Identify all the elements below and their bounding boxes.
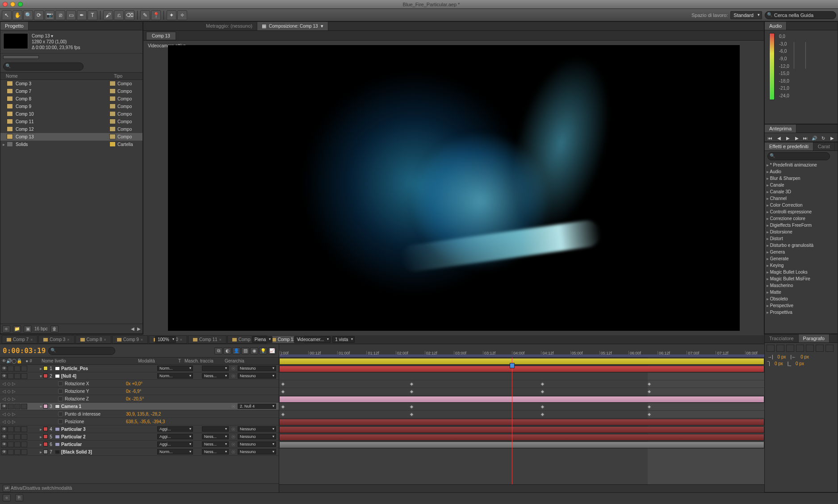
parent-dropdown[interactable]: Nessuno — [238, 442, 276, 447]
label-color-icon[interactable] — [43, 442, 48, 446]
zoom-tool-icon[interactable]: 🔍 — [23, 10, 33, 20]
character-tab[interactable]: Carat — [813, 142, 835, 150]
prev-keyframe-icon[interactable]: ◁ — [2, 381, 6, 386]
label-color-icon[interactable] — [43, 374, 48, 378]
timeline-comp-tab[interactable]: Comp 11× — [188, 335, 226, 344]
timeline-layer[interactable]: 👁 ▸ 4 Particular 3 Aggi... ☉ Nessuno — [0, 425, 279, 433]
layer-property[interactable]: ◁◇▷ Rotazione Y 0x -6,9° — [0, 387, 279, 395]
new-folder-icon[interactable]: 📁 — [13, 325, 21, 333]
layer-property[interactable]: ◁◇▷ Rotazione X 0x +0,0° — [0, 380, 279, 387]
blend-mode-dropdown[interactable]: Norm... — [157, 366, 193, 371]
solo-toggle-icon[interactable] — [14, 373, 21, 379]
align-left-icon[interactable] — [767, 345, 775, 352]
audio-toggle-icon[interactable] — [8, 449, 14, 455]
close-icon[interactable]: × — [180, 337, 182, 342]
effects-list[interactable]: * Predefiniti animazioneAudioBlur & Shar… — [765, 162, 838, 333]
draft-3d-icon[interactable]: ◐ — [223, 347, 231, 354]
label-color-icon[interactable] — [43, 366, 48, 371]
add-keyframe-icon[interactable]: ◇ — [7, 389, 11, 394]
effect-category[interactable]: Genera — [765, 249, 838, 255]
lock-toggle-icon[interactable] — [21, 434, 27, 440]
stopwatch-icon[interactable] — [58, 389, 63, 394]
project-item[interactable]: Comp 12 Compo — [0, 125, 142, 133]
prev-keyframe-icon[interactable]: ◁ — [2, 412, 6, 417]
timeline-search-input[interactable] — [48, 347, 115, 355]
justify-last-center-icon[interactable] — [806, 345, 814, 352]
lock-toggle-icon[interactable] — [21, 373, 27, 379]
paragraph-tab[interactable]: Paragrafo — [799, 334, 830, 342]
zoom-window-icon[interactable] — [18, 2, 23, 7]
playhead-icon[interactable] — [510, 363, 515, 368]
project-item[interactable]: Comp 9 Compo — [0, 103, 142, 110]
frame-blend-icon[interactable]: ▨ — [241, 347, 249, 354]
col-mode[interactable]: Modalità — [138, 358, 178, 363]
blend-mode-dropdown[interactable]: Norm... — [157, 373, 193, 379]
add-keyframe-icon[interactable]: ◇ — [7, 396, 11, 401]
effect-category[interactable]: Magic Bullet Looks — [765, 269, 838, 275]
hide-shy-icon[interactable]: 👤 — [232, 347, 240, 354]
toggle-switches-icon[interactable]: ⇄ — [3, 485, 11, 492]
project-item[interactable]: Comp 11 Compo — [0, 118, 142, 125]
project-column-type[interactable]: Tipo — [114, 74, 141, 79]
timeline-ruler[interactable]: ):00f00:12f01:00f01:12f02:00f02:12f03:00… — [279, 344, 764, 358]
lock-toggle-icon[interactable] — [21, 426, 27, 432]
twirl-icon[interactable]: ▸ — [38, 434, 43, 439]
trkmat-dropdown[interactable]: Ness... — [202, 434, 229, 439]
solo-toggle-icon[interactable] — [14, 426, 21, 432]
solo-toggle-icon[interactable] — [14, 434, 21, 440]
project-search-input[interactable] — [3, 62, 84, 71]
effects-tab[interactable]: Effetti e predefiniti — [765, 142, 813, 150]
audio-level-slider-left[interactable] — [794, 42, 801, 69]
audio-toggle-icon[interactable] — [8, 404, 14, 409]
pan-behind-tool-icon[interactable]: ⎚ — [55, 10, 65, 20]
effect-category[interactable]: Disturbo e granulosità — [765, 242, 838, 249]
effect-category[interactable]: Correzione colore — [765, 215, 838, 222]
justify-all-icon[interactable] — [825, 345, 834, 352]
audio-tab[interactable]: Audio — [765, 22, 787, 30]
trkmat-dropdown[interactable]: Ness... — [202, 442, 229, 447]
effect-category[interactable]: Keying — [765, 262, 838, 269]
effect-category[interactable]: Perspective — [765, 302, 838, 309]
bpc-toggle[interactable]: 16 bpc — [34, 326, 48, 331]
trkmat-dropdown[interactable] — [202, 366, 229, 371]
col-layer-name[interactable]: Nome livello — [40, 358, 138, 363]
prev-frame-icon[interactable]: ◀ — [775, 135, 783, 142]
solo-toggle-icon[interactable] — [14, 449, 21, 455]
clone-tool-icon[interactable]: ⎌ — [114, 10, 124, 20]
audio-level-slider-right[interactable] — [805, 42, 813, 69]
effect-category[interactable]: Digieffects FreeForm — [765, 222, 838, 229]
timeline-comp-tab[interactable]: Comp 7× — [2, 335, 38, 344]
hand-tool-icon[interactable]: ✋ — [13, 10, 22, 20]
timeline-comp-tab[interactable]: Comp 9× — [112, 335, 148, 344]
audio-toggle-icon[interactable] — [8, 426, 14, 432]
audio-toggle-icon[interactable] — [8, 442, 14, 447]
composition-canvas[interactable] — [168, 45, 740, 331]
project-item[interactable]: Comp 8 Compo — [0, 95, 142, 103]
eraser-tool-icon[interactable]: ⌫ — [125, 10, 134, 20]
align-center-icon[interactable] — [776, 345, 784, 352]
close-window-icon[interactable] — [3, 2, 8, 7]
audio-toggle-icon[interactable] — [8, 434, 14, 440]
help-search-input[interactable]: Cerca nella Guida — [765, 11, 836, 19]
effects-search-input[interactable] — [767, 152, 830, 160]
effect-category[interactable]: Canale — [765, 182, 838, 188]
layer-property[interactable]: ◁◇▷ Posizione 638,5, -35,6, -394,3 — [0, 418, 279, 425]
loop-icon[interactable]: ↻ — [820, 135, 827, 142]
last-frame-icon[interactable]: ⏭ — [802, 135, 809, 142]
effect-category[interactable]: Distort — [765, 235, 838, 242]
project-item[interactable]: ▸ Solids Cartella — [0, 141, 142, 148]
ram-preview-icon[interactable]: ▶ — [829, 135, 836, 142]
parent-dropdown[interactable]: Nessuno — [238, 449, 276, 454]
trkmat-dropdown[interactable]: Ness... — [202, 373, 229, 379]
effect-category[interactable]: Channel — [765, 195, 838, 202]
rotate-tool-icon[interactable]: ⟳ — [34, 10, 44, 20]
status-icon-1[interactable]: ⟐ — [3, 494, 11, 501]
col-trkmat[interactable]: Masch. traccia — [184, 358, 225, 363]
video-toggle-icon[interactable]: 👁 — [1, 426, 7, 432]
close-icon[interactable]: × — [67, 337, 69, 342]
layer-property[interactable]: ◁◇▷ Punto di interesse 30,9, 135,8, -28,… — [0, 410, 279, 418]
timeline-layer[interactable]: 👁 ▸ 5 Particular 2 Aggi... Ness... ☉ Nes… — [0, 433, 279, 441]
video-toggle-icon[interactable]: 👁 — [1, 442, 7, 447]
align-right-icon[interactable] — [786, 345, 794, 352]
next-keyframe-icon[interactable]: ▷ — [12, 389, 16, 394]
